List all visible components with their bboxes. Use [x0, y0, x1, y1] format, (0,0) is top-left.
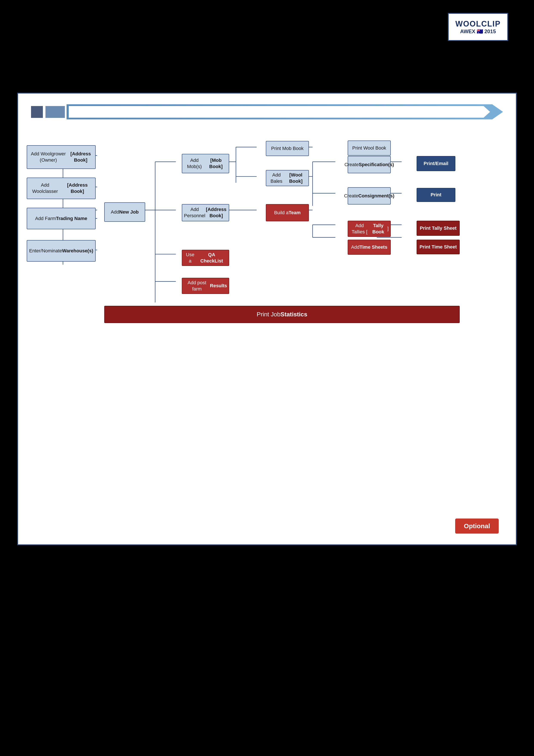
arrow-main — [66, 104, 503, 120]
optional-text: Optional — [464, 523, 490, 529]
arrow-square1 — [31, 106, 43, 118]
logo-year: 2015 — [484, 28, 496, 35]
print-tally-sheet-node[interactable]: Print Tally Sheet — [417, 221, 460, 236]
build-team-node[interactable]: Build a Team — [266, 204, 309, 221]
logo-subtitle: AWEX 🇦🇺 2015 — [460, 28, 496, 35]
print-email-node[interactable]: Print/Email — [417, 156, 455, 171]
arrow-white-inner — [69, 106, 490, 118]
print-mob-book-node[interactable]: Print Mob Book — [266, 141, 309, 156]
print-consignment-node[interactable]: Print — [417, 188, 455, 202]
logo-flag: 🇦🇺 — [477, 28, 483, 35]
add-new-job-node[interactable]: Add New Job — [104, 202, 145, 222]
optional-badge: Optional — [455, 519, 499, 534]
add-woolgrower-node[interactable]: Add Woolgrower (Owner) [Address Book] — [27, 145, 96, 169]
add-post-farm-node[interactable]: Add post farm Results — [182, 278, 229, 294]
logo-container: WOOLCLIP AWEX 🇦🇺 2015 — [448, 13, 508, 41]
logo-subtitle-text: AWEX — [460, 28, 475, 35]
enter-warehouse-node[interactable]: Enter/Nominate Warehouse(s) — [27, 240, 96, 262]
add-woolclasser-node[interactable]: Add Woolclasser [Address Book] — [27, 177, 96, 199]
arrow-bar — [31, 102, 503, 122]
print-job-stats-node[interactable]: Print Job Statistics — [104, 306, 460, 323]
print-wool-book-node[interactable]: Print Wool Book — [348, 141, 391, 156]
add-mobs-node[interactable]: Add Mob(s) [Mob Book] — [182, 154, 229, 173]
add-tallies-node[interactable]: Add Tallies [Tally Book] — [348, 221, 391, 237]
create-consignment-node[interactable]: Create Consignment(s) — [348, 187, 391, 204]
arrow-square2 — [45, 106, 65, 118]
add-bales-node[interactable]: Add Bales [Wool Book] — [266, 170, 309, 186]
logo-title: WOOLCLIP — [455, 19, 501, 28]
add-farm-trading-node[interactable]: Add Farm Trading Name — [27, 208, 96, 229]
flowchart: Add Woolgrower (Owner) [Address Book] Ad… — [27, 134, 507, 527]
add-time-sheets-node[interactable]: Add Time Sheets — [348, 240, 391, 255]
create-spec-node[interactable]: Create Specification(s) — [348, 156, 391, 173]
add-personnel-node[interactable]: Add Personnel [Address Book] — [182, 204, 229, 221]
print-time-sheet-node[interactable]: Print Time Sheet — [417, 240, 460, 254]
main-box: Add Woolgrower (Owner) [Address Book] Ad… — [17, 93, 517, 545]
use-qa-node[interactable]: Use a QA CheckList — [182, 250, 229, 266]
